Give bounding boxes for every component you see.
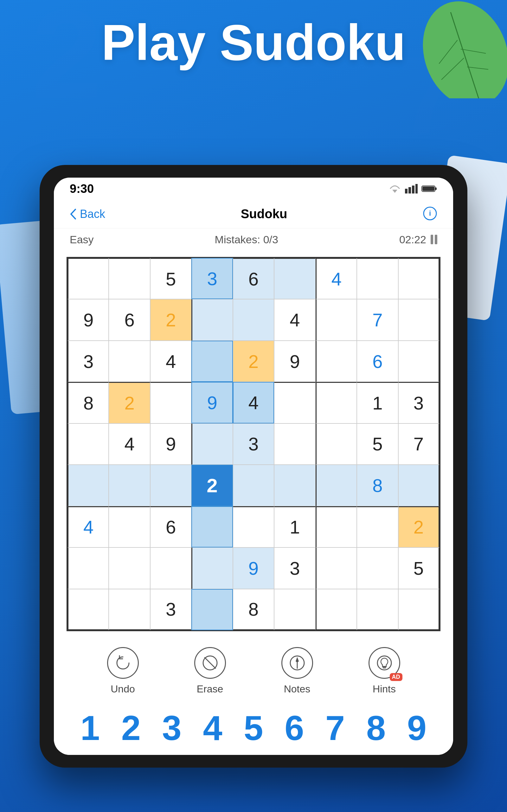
cell[interactable] — [67, 548, 109, 589]
pause-icon[interactable] — [431, 235, 437, 244]
cell[interactable]: 4 — [274, 299, 315, 340]
number-pad-2[interactable]: 2 — [121, 708, 141, 748]
cell[interactable] — [274, 589, 315, 630]
cell[interactable]: 1 — [357, 382, 398, 423]
cell[interactable] — [316, 465, 357, 506]
number-pad-6[interactable]: 6 — [285, 708, 304, 748]
cell[interactable]: 5 — [150, 258, 191, 299]
cell[interactable]: 3 — [67, 341, 109, 382]
cell[interactable] — [150, 465, 191, 506]
cell[interactable] — [274, 382, 315, 423]
cell[interactable] — [316, 341, 357, 382]
cell[interactable] — [233, 465, 274, 506]
cell[interactable] — [233, 299, 274, 340]
cell[interactable]: 4 — [109, 423, 150, 465]
undo-button[interactable]: Undo — [107, 647, 139, 695]
cell[interactable]: 9 — [191, 382, 233, 423]
back-button[interactable]: Back — [70, 207, 105, 221]
cell[interactable]: 5 — [357, 423, 398, 465]
cell[interactable] — [316, 423, 357, 465]
cell[interactable] — [357, 506, 398, 548]
cell[interactable] — [398, 465, 440, 506]
cell[interactable] — [316, 506, 357, 548]
cell[interactable]: 8 — [357, 465, 398, 506]
cell[interactable] — [109, 258, 150, 299]
sudoku-grid[interactable]: 536496247342968294134935728461293538 — [66, 257, 441, 631]
notes-button[interactable]: Notes — [281, 647, 313, 695]
cell[interactable]: 2 — [150, 299, 191, 340]
cell[interactable] — [274, 465, 315, 506]
cell[interactable]: 9 — [274, 341, 315, 382]
cell[interactable]: 6 — [150, 506, 191, 548]
cell[interactable] — [274, 258, 315, 299]
cell[interactable]: 2 — [398, 506, 440, 548]
cell[interactable]: 9 — [233, 548, 274, 589]
cell[interactable] — [357, 589, 398, 630]
info-button[interactable]: i — [423, 206, 437, 222]
cell[interactable] — [67, 258, 109, 299]
cell[interactable]: 9 — [150, 423, 191, 465]
hints-button[interactable]: AD Hints — [369, 647, 400, 695]
cell[interactable] — [109, 465, 150, 506]
cell[interactable]: 3 — [233, 423, 274, 465]
cell[interactable]: 3 — [398, 382, 440, 423]
cell[interactable] — [191, 548, 233, 589]
cell[interactable]: 6 — [233, 258, 274, 299]
cell[interactable] — [191, 589, 233, 630]
cell[interactable]: 2 — [233, 341, 274, 382]
cell[interactable]: 7 — [357, 299, 398, 340]
tablet-screen: 9:30 — [54, 177, 453, 755]
cell[interactable] — [357, 258, 398, 299]
cell[interactable] — [191, 299, 233, 340]
cell[interactable]: 4 — [150, 341, 191, 382]
number-pad-8[interactable]: 8 — [366, 708, 386, 748]
cell[interactable] — [357, 548, 398, 589]
cell[interactable] — [109, 589, 150, 630]
cell[interactable] — [191, 341, 233, 382]
number-pad-4[interactable]: 4 — [203, 708, 222, 748]
cell[interactable] — [150, 382, 191, 423]
cell[interactable]: 5 — [398, 548, 440, 589]
number-pad-9[interactable]: 9 — [407, 708, 427, 748]
number-pad-1[interactable]: 1 — [80, 708, 100, 748]
cell[interactable]: 6 — [109, 299, 150, 340]
cell[interactable] — [398, 589, 440, 630]
cell[interactable] — [109, 506, 150, 548]
cell[interactable]: 4 — [233, 382, 274, 423]
erase-button[interactable]: Erase — [194, 647, 226, 695]
number-pad-3[interactable]: 3 — [162, 708, 181, 748]
cell[interactable] — [316, 382, 357, 423]
cell[interactable]: 1 — [274, 506, 315, 548]
cell[interactable]: 3 — [191, 258, 233, 299]
cell[interactable] — [316, 589, 357, 630]
cell[interactable]: 2 — [109, 382, 150, 423]
cell[interactable]: 3 — [274, 548, 315, 589]
cell[interactable] — [67, 589, 109, 630]
cell[interactable] — [191, 423, 233, 465]
cell[interactable] — [109, 341, 150, 382]
cell[interactable] — [109, 548, 150, 589]
cell[interactable] — [398, 341, 440, 382]
cell[interactable] — [67, 465, 109, 506]
cell[interactable]: 8 — [67, 382, 109, 423]
number-pad-5[interactable]: 5 — [244, 708, 263, 748]
cell[interactable] — [316, 548, 357, 589]
cell[interactable] — [316, 299, 357, 340]
cell[interactable]: 6 — [357, 341, 398, 382]
cell[interactable]: 2 — [191, 465, 233, 506]
cell[interactable] — [233, 506, 274, 548]
cell[interactable] — [398, 258, 440, 299]
number-pad-7[interactable]: 7 — [326, 708, 345, 748]
cell[interactable] — [398, 299, 440, 340]
cell[interactable]: 7 — [398, 423, 440, 465]
svg-text:i: i — [429, 209, 431, 217]
cell[interactable] — [67, 423, 109, 465]
cell[interactable]: 8 — [233, 589, 274, 630]
cell[interactable]: 9 — [67, 299, 109, 340]
cell[interactable] — [150, 548, 191, 589]
cell[interactable]: 4 — [316, 258, 357, 299]
cell[interactable] — [191, 506, 233, 548]
cell[interactable]: 3 — [150, 589, 191, 630]
cell[interactable] — [274, 423, 315, 465]
cell[interactable]: 4 — [67, 506, 109, 548]
